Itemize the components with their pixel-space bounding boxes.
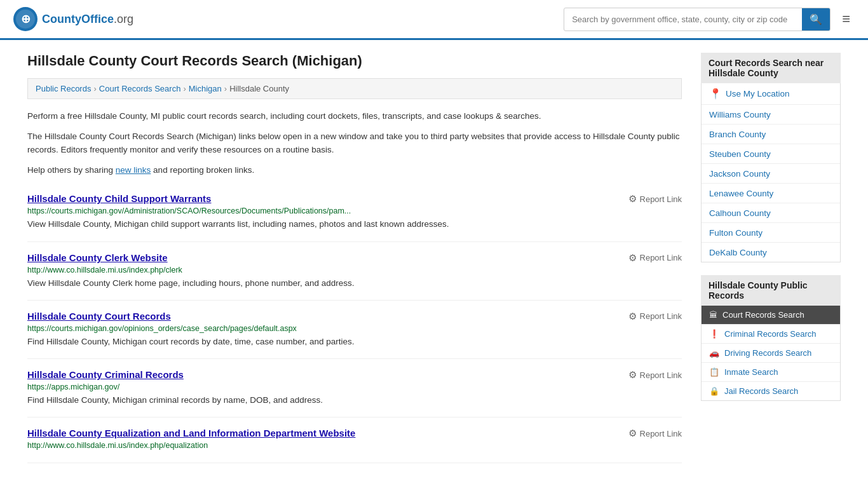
report-link-4[interactable]: ⚙ Report Link [628, 428, 682, 439]
report-link-label-0: Report Link [640, 194, 682, 204]
sidebar-record-item-3[interactable]: 📋 Inmate Search [702, 363, 840, 382]
logo-text: CountyOffice.org [42, 13, 133, 26]
nearby-county-link-7[interactable]: DeKalb County [709, 248, 767, 257]
result-title-0[interactable]: Hillsdale County Child Support Warrants [27, 193, 211, 204]
search-input[interactable] [564, 10, 802, 29]
breadcrumb-court-records-search[interactable]: Court Records Search [99, 84, 181, 93]
result-desc-2: Find Hillsdale County, Michigan court re… [27, 336, 682, 348]
record-icon-1: ❗ [709, 329, 719, 339]
result-desc-3: Find Hillsdale County, Michigan criminal… [27, 394, 682, 407]
nearby-county-link-5[interactable]: Calhoun County [709, 208, 771, 218]
site-header: ⊕ CountyOffice.org 🔍 ≡ [0, 0, 868, 40]
report-link-3[interactable]: ⚙ Report Link [628, 369, 682, 381]
logo-area: ⊕ CountyOffice.org [13, 6, 133, 32]
sidebar-nearby-county-2[interactable]: Steuben County [702, 144, 840, 164]
report-icon-0: ⚙ [628, 193, 637, 205]
record-icon-4: 🔒 [709, 386, 719, 396]
breadcrumb-sep-3: › [224, 84, 227, 93]
result-header: Hillsdale County Clerk Website ⚙ Report … [27, 252, 682, 264]
search-button[interactable]: 🔍 [802, 8, 830, 30]
report-icon-2: ⚙ [628, 311, 637, 322]
result-title-3[interactable]: Hillsdale County Criminal Records [27, 369, 184, 380]
result-url-1: http://www.co.hillsdale.mi.us/index.php/… [27, 266, 682, 274]
report-icon-4: ⚙ [628, 428, 637, 439]
sidebar-nearby-county-7[interactable]: DeKalb County [702, 243, 840, 262]
result-title-1[interactable]: Hillsdale County Clerk Website [27, 252, 168, 263]
result-header: Hillsdale County Court Records ⚙ Report … [27, 311, 682, 322]
record-link-3[interactable]: Inmate Search [724, 367, 778, 377]
result-header: Hillsdale County Equalization and Land I… [27, 428, 682, 439]
sidebar-nearby-title: Court Records Search near Hillsdale Coun… [701, 53, 841, 83]
breadcrumb-michigan[interactable]: Michigan [189, 84, 222, 93]
result-header: Hillsdale County Child Support Warrants … [27, 193, 682, 205]
record-icon-2: 🚗 [709, 348, 719, 358]
report-link-label-2: Report Link [640, 311, 682, 321]
content-area: Hillsdale County Court Records Search (M… [27, 53, 682, 463]
report-link-1[interactable]: ⚙ Report Link [628, 252, 682, 264]
location-icon: 📍 [709, 88, 722, 100]
sidebar-nearby-county-5[interactable]: Calhoun County [702, 203, 840, 223]
breadcrumb: Public Records › Court Records Search › … [27, 78, 682, 99]
hamburger-menu-icon[interactable]: ≡ [837, 8, 855, 30]
header-right: 🔍 ≡ [564, 8, 855, 31]
report-icon-1: ⚙ [628, 252, 637, 264]
nearby-county-link-1[interactable]: Branch County [709, 130, 766, 139]
sidebar-record-item-1[interactable]: ❗ Criminal Records Search [702, 325, 840, 344]
sidebar-record-item-4[interactable]: 🔒 Jail Records Search [702, 382, 840, 400]
report-link-label-4: Report Link [640, 429, 682, 438]
result-title-4[interactable]: Hillsdale County Equalization and Land I… [27, 428, 355, 438]
report-icon-3: ⚙ [628, 369, 637, 381]
result-title-2[interactable]: Hillsdale County Court Records [27, 311, 171, 322]
record-link-4[interactable]: Jail Records Search [724, 386, 798, 396]
description-3: Help others by sharing new links and rep… [27, 163, 682, 177]
result-item: Hillsdale County Criminal Records ⚙ Repo… [27, 359, 682, 417]
result-item: Hillsdale County Child Support Warrants … [27, 183, 682, 241]
record-link-0[interactable]: Court Records Search [722, 310, 804, 320]
main-container: Hillsdale County Court Records Search (M… [15, 40, 853, 476]
nearby-county-link-2[interactable]: Steuben County [709, 149, 771, 159]
description-2: The Hillsdale County Court Records Searc… [27, 130, 682, 157]
record-icon-0: 🏛 [709, 310, 717, 320]
page-title: Hillsdale County Court Records Search (M… [27, 53, 682, 69]
sidebar-record-item-2[interactable]: 🚗 Driving Records Search [702, 344, 840, 363]
sidebar-use-location[interactable]: 📍 Use My Location [702, 83, 840, 105]
breadcrumb-sep-1: › [93, 84, 96, 93]
nearby-county-link-3[interactable]: Jackson County [709, 169, 770, 179]
result-url-0: https://courts.michigan.gov/Administrati… [27, 207, 682, 215]
report-link-label-1: Report Link [640, 253, 682, 262]
svg-text:⊕: ⊕ [21, 13, 31, 25]
nearby-county-link-0[interactable]: Williams County [709, 110, 771, 119]
report-link-0[interactable]: ⚙ Report Link [628, 193, 682, 205]
sidebar-record-item-0[interactable]: 🏛 Court Records Search [702, 306, 840, 325]
sidebar-nearby-county-4[interactable]: Lenawee County [702, 184, 840, 203]
nearby-county-link-4[interactable]: Lenawee County [709, 189, 773, 198]
record-icon-3: 📋 [709, 367, 719, 377]
report-link-2[interactable]: ⚙ Report Link [628, 311, 682, 322]
sidebar-nearby-county-6[interactable]: Fulton County [702, 223, 840, 243]
sidebar-nearby-county-0[interactable]: Williams County [702, 105, 840, 125]
record-link-1[interactable]: Criminal Records Search [724, 329, 817, 339]
breadcrumb-public-records[interactable]: Public Records [36, 84, 91, 93]
sidebar-nearby-county-1[interactable]: Branch County [702, 125, 840, 144]
logo-icon: ⊕ [13, 6, 38, 32]
nearby-county-link-6[interactable]: Fulton County [709, 228, 763, 238]
sidebar-nearby-section: Court Records Search near Hillsdale Coun… [701, 53, 841, 262]
breadcrumb-sep-2: › [183, 84, 186, 93]
sidebar-public-records-section: Hillsdale County Public Records 🏛 Court … [701, 275, 841, 401]
result-item: Hillsdale County Equalization and Land I… [27, 417, 682, 463]
desc3-prefix: Help others by sharing [27, 165, 116, 175]
result-url-2: https://courts.michigan.gov/opinions_ord… [27, 324, 682, 333]
new-links[interactable]: new links [116, 165, 151, 175]
record-link-2[interactable]: Driving Records Search [724, 348, 811, 358]
results-container: Hillsdale County Child Support Warrants … [27, 183, 682, 463]
use-my-location-link[interactable]: Use My Location [726, 89, 790, 98]
result-desc-0: View Hillsdale County, Michigan child su… [27, 218, 682, 231]
sidebar-nearby-list: 📍 Use My Location Williams CountyBranch … [701, 83, 841, 262]
result-desc-1: View Hillsdale County Clerk home page, i… [27, 277, 682, 290]
sidebar: Court Records Search near Hillsdale Coun… [701, 53, 841, 463]
result-item: Hillsdale County Court Records ⚙ Report … [27, 301, 682, 359]
sidebar-records-list: 🏛 Court Records Search ❗ Criminal Record… [701, 306, 841, 401]
sidebar-nearby-county-3[interactable]: Jackson County [702, 164, 840, 184]
sidebar-public-records-title: Hillsdale County Public Records [701, 275, 841, 306]
result-item: Hillsdale County Clerk Website ⚙ Report … [27, 242, 682, 301]
